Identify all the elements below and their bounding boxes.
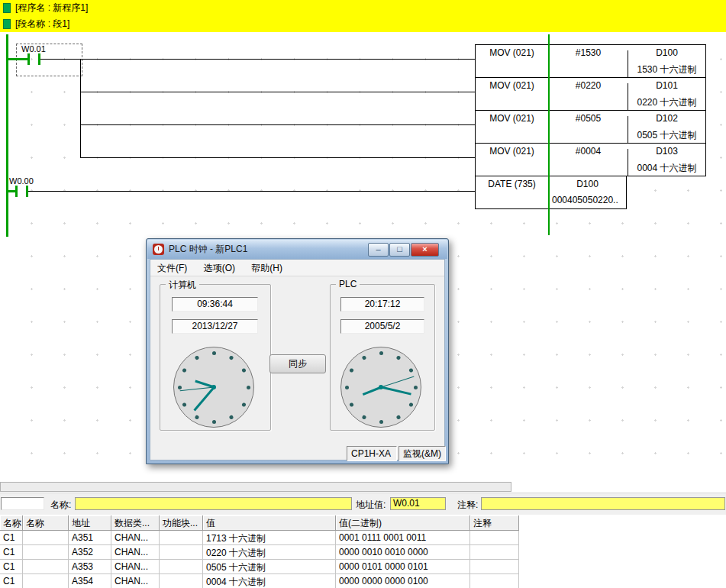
instruction-block-date[interactable]: DATE (735) D100 000405050220.. bbox=[475, 176, 627, 209]
cell-value: 0505 十六进制 bbox=[203, 560, 336, 574]
menu-file[interactable]: 文件(F) bbox=[150, 260, 194, 276]
comment-label: 注释: bbox=[457, 499, 478, 512]
clock-center bbox=[379, 385, 383, 389]
cell-datatype: CHAN... bbox=[111, 574, 160, 588]
section-name-bar: [段名称 : 段1] bbox=[0, 16, 726, 32]
contact-bar[interactable] bbox=[15, 186, 18, 197]
cell-fb bbox=[160, 560, 203, 574]
operand-dest: D102 bbox=[628, 113, 705, 124]
minimize-button[interactable]: – bbox=[368, 243, 389, 257]
comment-input[interactable] bbox=[481, 497, 725, 510]
monitor-value: 0505 十六进制 bbox=[628, 129, 705, 142]
minute-hand bbox=[381, 386, 411, 396]
instruction-name: MOV (021) bbox=[476, 80, 548, 91]
monitor-value: 1530 十六进制 bbox=[628, 63, 705, 76]
clock-tick bbox=[395, 415, 401, 420]
cell-name bbox=[23, 574, 69, 588]
maximize-button[interactable]: □ bbox=[389, 243, 410, 257]
monitor-value: 000405050220.. bbox=[549, 195, 627, 205]
dialog-body: 文件(F) 选项(O) 帮助(H) 计算机 09:36:44 2013/12/2… bbox=[150, 259, 445, 460]
plc-analog-clock bbox=[340, 347, 421, 428]
contact-bar[interactable] bbox=[27, 53, 30, 65]
power-flow-line bbox=[548, 34, 550, 235]
plc-date-field: 2005/5/2 bbox=[340, 319, 424, 334]
cell-comment bbox=[470, 574, 519, 588]
cell-fb bbox=[160, 574, 203, 588]
clock-tick bbox=[349, 367, 354, 373]
wire bbox=[8, 58, 27, 60]
dialog-titlebar[interactable]: PLC 时钟 - 新PLC1 – □ × bbox=[147, 240, 447, 259]
clock-tick bbox=[379, 420, 383, 424]
cell-comment bbox=[470, 531, 519, 545]
plc-group-label: PLC bbox=[336, 279, 360, 289]
instruction-name: MOV (021) bbox=[476, 113, 548, 124]
clock-tick bbox=[395, 355, 401, 360]
monitor-value: 0220 十六进制 bbox=[628, 96, 705, 109]
cell-fb bbox=[160, 531, 203, 545]
clock-tick bbox=[241, 402, 247, 407]
clock-tick bbox=[408, 402, 414, 407]
rung-wire bbox=[40, 59, 475, 60]
clock-tick bbox=[361, 355, 366, 360]
watch-field-strip: 名称: 地址值: W0.01 注释: bbox=[0, 493, 726, 515]
table-row[interactable]: C1 A351 CHAN... 1713 十六进制 0001 0111 0001… bbox=[0, 531, 520, 545]
cell-name bbox=[23, 531, 69, 545]
instruction-block-mov-3[interactable]: MOV (021) #0505 D102 0505 十六进制 bbox=[475, 110, 706, 144]
sync-button[interactable]: 同步 bbox=[269, 354, 326, 373]
table-row[interactable]: C1 A354 CHAN... 0004 十六进制 0000 0000 0000… bbox=[0, 574, 520, 588]
cell-name bbox=[23, 560, 69, 574]
instruction-block-mov-2[interactable]: MOV (021) #0220 D101 0220 十六进制 bbox=[475, 77, 706, 111]
address-input[interactable]: W0.01 bbox=[390, 497, 446, 510]
header-name[interactable]: 名称 bbox=[23, 515, 69, 531]
left-bus-rail bbox=[6, 34, 8, 237]
cell-plc: C1 bbox=[0, 560, 23, 574]
header-plc-name[interactable]: 名称 bbox=[0, 515, 23, 531]
menu-help[interactable]: 帮助(H) bbox=[244, 260, 289, 276]
clock-tick bbox=[194, 355, 199, 360]
clock-tick bbox=[178, 386, 182, 389]
clock-tick bbox=[212, 420, 216, 424]
cx-programmer-window: [程序名 : 新程序1] [段名称 : 段1] W0.01 W0.00 MOV … bbox=[0, 0, 726, 588]
dialog-title: PLC 时钟 - 新PLC1 bbox=[169, 243, 247, 256]
rung-wire bbox=[80, 124, 475, 125]
cell-binary: 0000 0010 0010 0000 bbox=[336, 545, 470, 560]
table-row[interactable]: C1 A352 CHAN... 0220 十六进制 0000 0010 0010… bbox=[0, 545, 520, 560]
operand-source: #0220 bbox=[549, 80, 628, 91]
cell-binary: 0001 0111 0001 0011 bbox=[336, 531, 470, 545]
instruction-block-mov-4[interactable]: MOV (021) #0004 D103 0004 十六进制 bbox=[475, 143, 706, 176]
cell-datatype: CHAN... bbox=[111, 545, 160, 560]
contact-label: W0.01 bbox=[21, 44, 46, 53]
watch-mini-input[interactable] bbox=[1, 497, 44, 510]
header-comment[interactable]: 注释 bbox=[470, 515, 519, 531]
computer-groupbox: 计算机 09:36:44 2013/12/27 bbox=[160, 284, 271, 431]
header-function-block[interactable]: 功能块... bbox=[160, 515, 203, 531]
header-datatype[interactable]: 数据类... bbox=[111, 515, 160, 531]
plc-clock-icon bbox=[153, 244, 164, 255]
clock-tick bbox=[408, 367, 414, 373]
clock-tick bbox=[212, 351, 216, 355]
computer-date-field: 2013/12/27 bbox=[172, 319, 258, 334]
cell-comment bbox=[470, 545, 519, 560]
status-device-type: CP1H-XA bbox=[347, 446, 397, 461]
horizontal-scrollbar[interactable] bbox=[0, 482, 511, 492]
instruction-name: MOV (021) bbox=[476, 47, 548, 58]
cell-value: 1713 十六进制 bbox=[203, 531, 336, 545]
header-address[interactable]: 地址 bbox=[69, 515, 111, 531]
branch-wire bbox=[80, 59, 81, 158]
instruction-block-mov-1[interactable]: MOV (021) #1530 D100 1530 十六进制 bbox=[475, 44, 706, 78]
name-input[interactable] bbox=[75, 497, 352, 510]
menu-options[interactable]: 选项(O) bbox=[197, 260, 242, 276]
cell-address: A353 bbox=[69, 560, 111, 574]
watch-table-header: 名称 名称 地址 数据类... 功能块... 值 值(二进制) 注释 bbox=[0, 515, 520, 531]
header-binary-value[interactable]: 值(二进制) bbox=[336, 515, 470, 531]
header-value[interactable]: 值 bbox=[203, 515, 336, 531]
cell-address: A352 bbox=[69, 545, 111, 560]
clock-tick bbox=[182, 402, 187, 407]
close-button[interactable]: × bbox=[411, 243, 439, 257]
plc-groupbox: PLC 20:17:12 2005/5/2 bbox=[330, 284, 435, 431]
table-row[interactable]: C1 A353 CHAN... 0505 十六进制 0000 0101 0000… bbox=[0, 560, 520, 574]
plc-clock-dialog: PLC 时钟 - 新PLC1 – □ × 文件(F) 选项(O) 帮助(H) 计… bbox=[146, 238, 449, 464]
clock-tick bbox=[414, 386, 418, 389]
cell-name bbox=[23, 545, 69, 560]
computer-group-label: 计算机 bbox=[166, 279, 199, 292]
